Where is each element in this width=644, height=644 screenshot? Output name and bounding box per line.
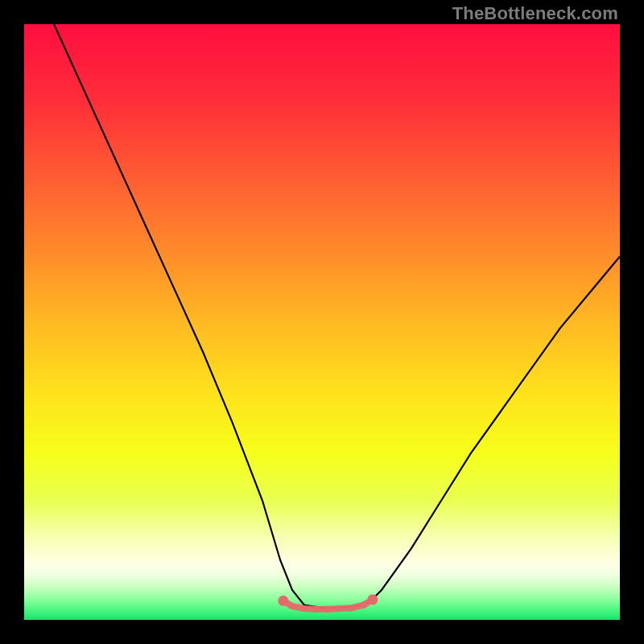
bottom-dot [301, 605, 308, 612]
bottleneck-curve [54, 24, 620, 608]
bottom-dot [324, 606, 331, 613]
plot-area [24, 24, 620, 620]
chart-frame: TheBottleneck.com [0, 0, 644, 644]
bottom-dot [349, 605, 355, 611]
bottom-dots-group [278, 594, 378, 612]
bottom-dot [289, 603, 295, 609]
watermark-text: TheBottleneck.com [452, 3, 618, 24]
bottom-dot [361, 602, 367, 609]
bottom-dot [367, 594, 378, 605]
bottom-dot [278, 596, 288, 606]
bottom-dot [336, 605, 343, 612]
bottom-dot [313, 606, 320, 613]
curve-layer [24, 24, 620, 620]
